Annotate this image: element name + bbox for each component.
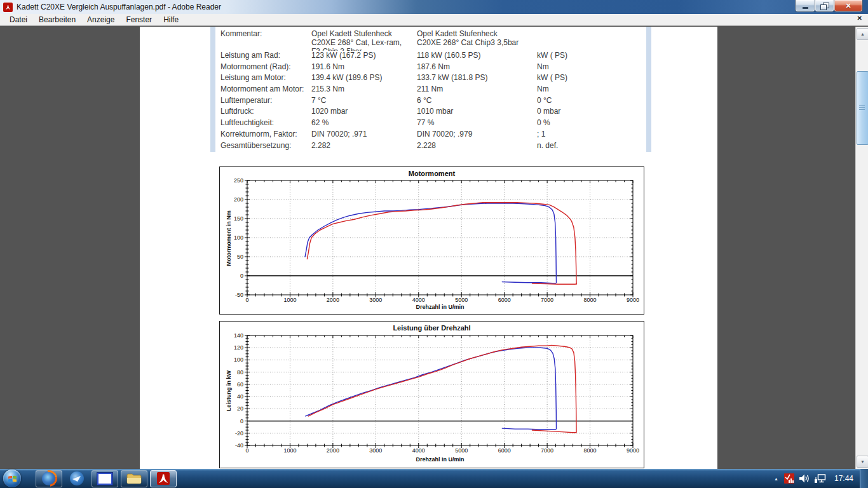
tick-label: 200 <box>234 196 243 203</box>
torque-chart-title: Motormoment <box>220 170 644 177</box>
tick-label: 0 <box>245 297 248 303</box>
table-cell: 0 mbar <box>537 107 560 116</box>
tick-label: 9000 <box>627 297 639 303</box>
menu-fenster[interactable]: Fenster <box>120 14 158 25</box>
power-blue-curve <box>502 428 555 430</box>
taskbar-window-app-button[interactable] <box>92 470 118 487</box>
volume-icon[interactable] <box>799 473 810 484</box>
network-icon[interactable] <box>814 473 826 484</box>
table-cell: Nm <box>537 62 549 71</box>
power-chart-canvas: 0100020003000400050006000700080009000-40… <box>220 333 645 468</box>
document-area: Kommentar: Opel Kadett Stufenheck C20XE … <box>0 27 868 469</box>
taskbar-explorer-button[interactable] <box>121 470 147 487</box>
folder-icon <box>126 473 142 485</box>
tick-label: 3000 <box>369 447 382 454</box>
taskbar-thunderbird-button[interactable] <box>65 470 89 487</box>
table-cell: Motormoment am Motor: <box>220 85 304 93</box>
scrollbar-thumb[interactable] <box>857 71 868 145</box>
taskbar-clock[interactable]: 17:44 <box>834 474 853 483</box>
torque-chart: Motormoment 0100020003000400050006000700… <box>219 166 644 315</box>
table-row: Lufttemperatur:7 °C6 °C0 °C <box>140 96 717 107</box>
table-row: Leistung am Rad:123 kW (167.2 PS)118 kW … <box>140 51 717 62</box>
window-controls: ✕ <box>796 0 863 12</box>
tick-label: 250 <box>234 179 243 184</box>
close-icon: ✕ <box>845 3 851 10</box>
start-button[interactable] <box>3 470 21 487</box>
table-row: Motormoment am Motor:215.3 Nm211 NmNm <box>140 85 717 96</box>
pdf-page: Kommentar: Opel Kadett Stufenheck C20XE … <box>140 27 717 469</box>
table-cell: 0 % <box>537 118 550 127</box>
power-y-axis-label: Leistung in kW <box>226 370 232 411</box>
restore-icon <box>823 3 829 8</box>
taskbar-adobe-reader-button[interactable] <box>150 470 177 487</box>
close-document-icon[interactable]: ✕ <box>857 15 862 22</box>
scroll-down-icon: ▼ <box>860 459 865 464</box>
torque-y-axis-label: Motormoment in Nm <box>226 210 232 266</box>
adobe-reader-taskbar-icon <box>156 471 170 485</box>
torque-chart-canvas: 0100020003000400050006000700080009000-50… <box>220 179 645 315</box>
show-hidden-icons-button[interactable]: ▲ <box>774 477 778 481</box>
table-cell: 118 kW (160.5 PS) <box>417 51 481 60</box>
table-cell: Korrekturnorm, Faktor: <box>220 130 297 139</box>
adobe-reader-icon <box>3 3 13 12</box>
power-x-axis-label: Drehzahl in U/min <box>247 456 633 463</box>
table-cell: 215.3 Nm <box>311 85 344 93</box>
tick-label: 40 <box>237 393 243 400</box>
table-row: Luftfeuchtigkeit:62 %77 %0 % <box>140 118 717 130</box>
power-red-curve <box>532 430 577 433</box>
adobe-logo-icon <box>4 4 11 11</box>
tick-label: 140 <box>234 333 243 339</box>
menu-bearbeiten[interactable]: Bearbeiten <box>33 14 81 25</box>
vertical-scrollbar[interactable]: ▲ ▼ <box>855 27 868 469</box>
tick-label: 8000 <box>584 297 597 303</box>
table-cell: Nm <box>537 85 549 93</box>
minimize-button[interactable] <box>795 0 815 12</box>
scroll-up-button[interactable]: ▲ <box>857 28 868 40</box>
kommentar-run2-line1: Opel Kadett Stufenheck <box>417 29 498 38</box>
close-button[interactable]: ✕ <box>834 0 863 12</box>
tick-label: 0 <box>240 273 243 279</box>
show-desktop-button[interactable] <box>860 469 868 488</box>
tick-label: 3000 <box>369 297 382 303</box>
tray-dyno-app-icon[interactable] <box>784 473 794 484</box>
table-cell: 139.4 kW (189.6 PS) <box>311 73 382 82</box>
power-blue-curve <box>306 348 557 429</box>
scroll-down-button[interactable]: ▼ <box>857 456 868 468</box>
tick-label: 7000 <box>541 297 553 303</box>
table-cell: ; 1 <box>537 130 545 139</box>
table-cell: 123 kW (167.2 PS) <box>311 51 376 60</box>
table-row: Leistung am Motor:139.4 kW (189.6 PS)133… <box>140 73 717 85</box>
menu-hilfe[interactable]: Hilfe <box>158 14 184 25</box>
title-bar[interactable]: Kadett C20XE Vergleich Auspuffanlagen.pd… <box>0 0 868 15</box>
power-chart: Leistung über Drehzahl 01000200030004000… <box>219 321 644 468</box>
desktop: { "window": { "title": "Kadett C20XE Ver… <box>0 0 868 488</box>
table-cell: Lufttemperatur: <box>220 96 272 105</box>
table-cell: 0 °C <box>537 96 552 105</box>
table-cell: DIN 70020; .971 <box>311 130 367 139</box>
tick-label: 1000 <box>283 447 296 454</box>
table-cell: kW ( PS) <box>537 51 567 60</box>
table-cell: DIN 70020; .979 <box>417 130 472 139</box>
menu-datei[interactable]: Datei <box>4 14 33 25</box>
tick-label: -50 <box>235 292 243 298</box>
tick-label: 9000 <box>627 447 639 454</box>
power-red-curve <box>308 345 576 432</box>
table-cell: 1010 mbar <box>417 107 453 116</box>
table-cell: kW ( PS) <box>537 73 567 82</box>
tick-label: 4000 <box>412 297 425 303</box>
restore-button[interactable] <box>815 0 834 12</box>
table-row: Korrekturnorm, Faktor:DIN 70020; .971DIN… <box>140 130 717 141</box>
table-cell: 211 Nm <box>417 85 443 93</box>
tick-label: 0 <box>245 447 248 454</box>
tick-label: 8000 <box>584 447 597 454</box>
table-cell: Leistung am Motor: <box>220 73 286 82</box>
table-cell: Leistung am Rad: <box>220 51 280 60</box>
table-cell: n. def. <box>537 141 558 150</box>
table-cell: Motormoment (Rad): <box>220 62 291 71</box>
table-row: Luftdruck:1020 mbar1010 mbar0 mbar <box>140 107 717 118</box>
menu-anzeige[interactable]: Anzeige <box>81 14 120 25</box>
table-cell: 133.7 kW (181.8 PS) <box>417 73 487 82</box>
tick-label: 1000 <box>283 297 296 303</box>
tick-label: 150 <box>234 215 243 222</box>
taskbar-firefox-button[interactable] <box>36 470 62 487</box>
